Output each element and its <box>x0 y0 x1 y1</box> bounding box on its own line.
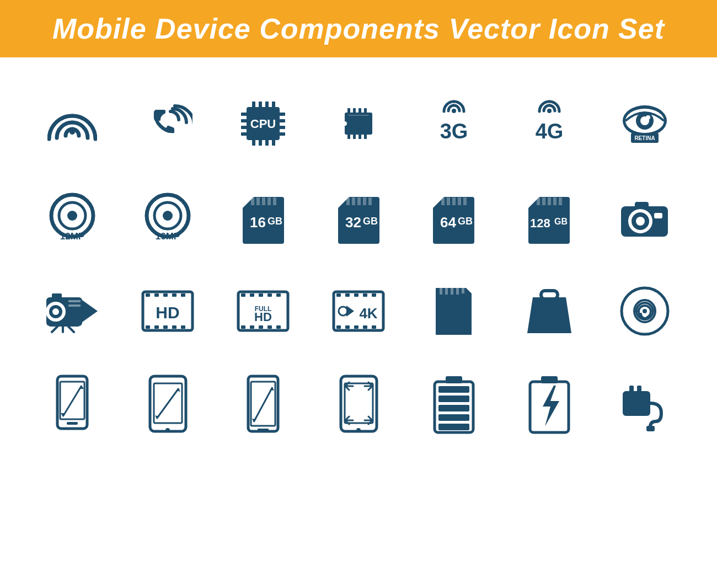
page-title: Mobile Device Components Vector Icon Set <box>52 12 665 45</box>
svg-rect-180 <box>541 376 558 383</box>
wifi-icon <box>33 90 112 157</box>
svg-rect-183 <box>629 386 634 393</box>
svg-rect-111 <box>172 325 176 329</box>
svg-rect-184 <box>637 386 641 393</box>
svg-rect-20 <box>347 108 350 114</box>
svg-rect-53 <box>267 197 271 205</box>
svg-rect-135 <box>354 325 358 329</box>
svg-text:GB: GB <box>554 217 568 226</box>
svg-rect-177 <box>438 414 469 421</box>
hd-icon: HD <box>129 278 207 344</box>
svg-rect-14 <box>241 132 248 136</box>
svg-rect-178 <box>438 424 469 430</box>
phone-icon <box>129 90 207 157</box>
memory-chip-icon <box>319 90 398 157</box>
4k-icon: 4K <box>319 278 398 344</box>
weight-icon <box>510 278 588 344</box>
svg-text:GB: GB <box>458 216 473 227</box>
svg-text:64: 64 <box>440 214 456 231</box>
svg-rect-104 <box>154 293 159 297</box>
svg-rect-103 <box>146 293 150 297</box>
svg-text:HD: HD <box>156 303 180 322</box>
svg-rect-130 <box>354 293 358 297</box>
svg-line-154 <box>63 386 82 416</box>
svg-rect-185 <box>646 426 655 431</box>
svg-rect-109 <box>154 325 159 329</box>
svg-rect-146 <box>462 288 464 293</box>
svg-point-29 <box>452 109 456 113</box>
svg-rect-72 <box>463 197 467 205</box>
svg-marker-181 <box>543 386 559 426</box>
svg-rect-8 <box>259 139 262 146</box>
svg-rect-17 <box>279 126 285 129</box>
svg-rect-105 <box>163 293 168 297</box>
svg-rect-144 <box>451 288 453 295</box>
camera-icon <box>605 184 684 250</box>
svg-rect-7 <box>252 139 255 146</box>
svg-rect-165 <box>258 429 269 430</box>
svg-rect-12 <box>241 119 248 122</box>
svg-rect-19 <box>345 113 372 135</box>
svg-rect-106 <box>172 293 176 297</box>
svg-rect-70 <box>452 197 456 205</box>
fingerprint-icon <box>605 278 684 344</box>
svg-rect-77 <box>537 197 540 205</box>
svg-rect-120 <box>241 325 245 329</box>
svg-line-96 <box>68 327 74 332</box>
svg-rect-22 <box>358 108 361 114</box>
svg-rect-119 <box>276 293 281 297</box>
battery-full-icon <box>414 372 493 438</box>
svg-rect-18 <box>279 132 285 136</box>
svg-text:RETINA: RETINA <box>634 135 655 141</box>
svg-rect-143 <box>445 288 448 295</box>
svg-point-0 <box>69 129 75 135</box>
svg-rect-27 <box>364 133 367 139</box>
svg-rect-79 <box>548 197 551 205</box>
svg-rect-131 <box>363 293 367 297</box>
svg-marker-101 <box>82 300 98 322</box>
svg-rect-108 <box>146 325 150 329</box>
svg-rect-132 <box>372 293 376 297</box>
svg-rect-145 <box>456 288 459 295</box>
svg-line-95 <box>52 327 57 332</box>
smartphone4-icon <box>319 372 398 438</box>
svg-rect-21 <box>353 108 356 114</box>
3g-icon: 3G <box>414 90 493 157</box>
svg-rect-63 <box>368 197 372 205</box>
svg-point-171 <box>356 428 361 432</box>
page-wrapper: Mobile Device Components Vector Icon Set <box>0 0 717 471</box>
svg-rect-6 <box>272 101 275 108</box>
svg-rect-78 <box>542 197 545 205</box>
fullhd-icon: FULL HD <box>224 278 303 344</box>
svg-rect-142 <box>440 288 442 295</box>
16gb-sdcard-icon: 16 GB <box>224 184 303 250</box>
svg-text:128: 128 <box>530 216 550 230</box>
row-3: HD FULL HD <box>33 267 684 355</box>
svg-rect-24 <box>347 133 350 139</box>
32gb-sdcard-icon: 32 GB <box>319 184 398 250</box>
svg-rect-26 <box>358 133 361 139</box>
svg-rect-117 <box>259 293 263 297</box>
12mp-icon: 12MP <box>33 184 112 250</box>
svg-rect-52 <box>262 197 265 205</box>
svg-rect-122 <box>259 325 263 329</box>
header-banner: Mobile Device Components Vector Icon Set <box>0 0 717 57</box>
retina-icon: RETINA <box>605 90 684 157</box>
svg-rect-107 <box>181 293 185 297</box>
svg-rect-137 <box>372 325 376 329</box>
64gb-sdcard-icon: 64 GB <box>414 184 493 250</box>
svg-rect-116 <box>250 293 254 297</box>
svg-text:4K: 4K <box>359 305 377 322</box>
svg-rect-179 <box>530 382 569 432</box>
svg-rect-88 <box>654 213 662 218</box>
svg-rect-115 <box>241 293 245 297</box>
svg-rect-68 <box>441 197 445 205</box>
svg-rect-134 <box>345 325 350 329</box>
svg-rect-3 <box>252 101 255 108</box>
svg-rect-50 <box>251 197 254 205</box>
svg-point-87 <box>636 217 645 226</box>
row-1: CPU <box>33 79 684 168</box>
16mp-icon: 16MP <box>129 184 207 250</box>
svg-text:CPU: CPU <box>250 117 276 131</box>
svg-text:12MP: 12MP <box>60 231 84 242</box>
